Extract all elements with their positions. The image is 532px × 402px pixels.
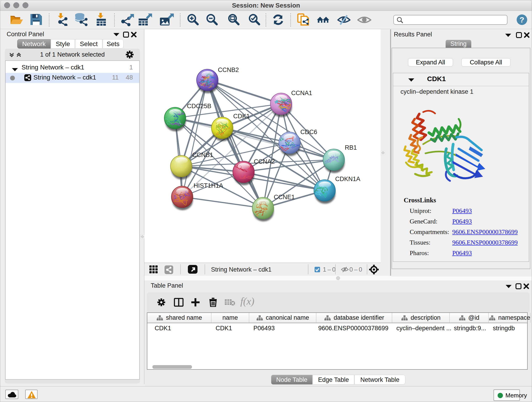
svg-text:CDK1: CDK1	[233, 113, 250, 120]
svg-text:RB1: RB1	[345, 144, 357, 151]
svg-text:CDC6: CDC6	[300, 128, 317, 135]
svg-text:CCNB2: CCNB2	[218, 66, 239, 73]
svg-text:CCNA1: CCNA1	[291, 89, 312, 96]
svg-text:CDC25B: CDC25B	[187, 103, 211, 109]
svg-text:CDKN1A: CDKN1A	[335, 176, 360, 182]
svg-text:CCNA2: CCNA2	[254, 158, 275, 165]
svg-text:CCNB1: CCNB1	[192, 152, 213, 158]
svg-text:HIST1H1A: HIST1H1A	[194, 182, 223, 189]
svg-text:CCNE1: CCNE1	[274, 194, 295, 201]
